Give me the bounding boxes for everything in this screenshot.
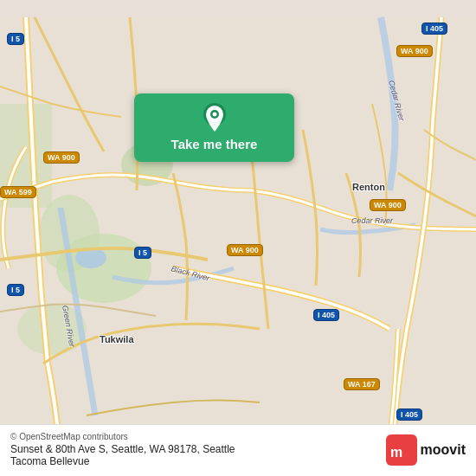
moovit-icon: m <box>386 434 417 466</box>
map-container: I 5 WA 900 WA 599 I 5 I 5 WA 900 WA 900 … <box>0 0 476 476</box>
badge-i5-mid: I 5 <box>134 247 151 259</box>
badge-i5-north: I 5 <box>7 33 24 45</box>
bottom-bar: © OpenStreetMap contributors Sunset & 80… <box>0 424 476 476</box>
button-label: Take me there <box>171 137 258 151</box>
map-svg <box>0 0 476 476</box>
badge-wa900-mid: WA 900 <box>227 244 263 256</box>
moovit-logo: m moovit <box>386 434 466 466</box>
badge-wa900-east: WA 900 <box>370 199 406 211</box>
location-pin-icon <box>201 102 228 133</box>
take-me-there-button[interactable]: Take me there <box>134 93 294 162</box>
svg-text:m: m <box>390 445 402 460</box>
address-line: Sunset & 80th Ave S, Seattle, WA 98178, … <box>10 443 235 467</box>
badge-i5-south: I 5 <box>7 284 24 296</box>
copyright-text: © OpenStreetMap contributors <box>10 432 235 441</box>
bottom-left: © OpenStreetMap contributors Sunset & 80… <box>10 432 235 467</box>
badge-wa167: WA 167 <box>344 378 380 390</box>
badge-i405-mid: I 405 <box>313 309 339 321</box>
badge-wa900-ne: WA 900 <box>396 45 433 57</box>
moovit-text: moovit <box>421 442 466 458</box>
badge-i405-north: I 405 <box>421 23 447 35</box>
svg-point-11 <box>212 113 216 117</box>
badge-wa900-west: WA 900 <box>43 151 80 164</box>
badge-i405-south: I 405 <box>396 408 422 421</box>
badge-wa599: WA 599 <box>0 186 36 198</box>
